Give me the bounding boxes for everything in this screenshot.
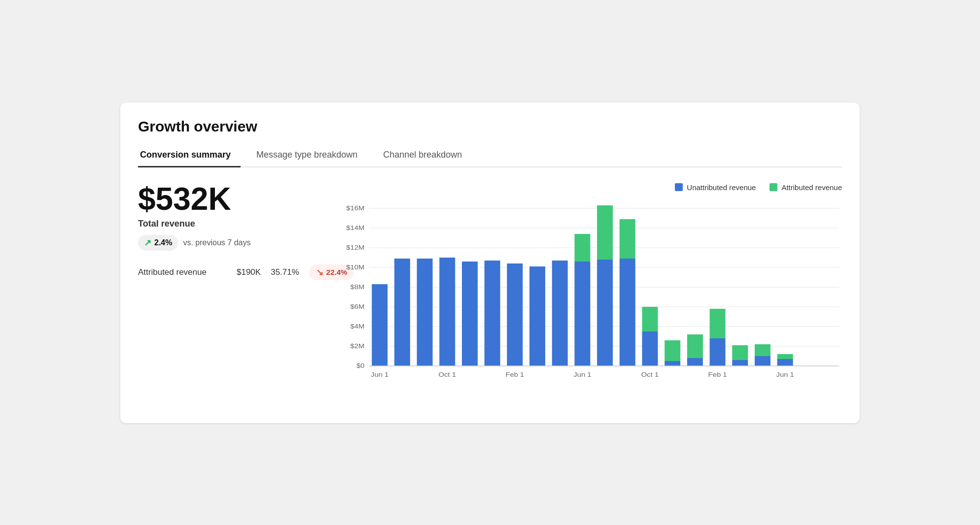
attributed-color-dot xyxy=(770,183,777,191)
bar-15-unattr xyxy=(710,338,726,366)
growth-overview-card: Growth overview Conversion summary Messa… xyxy=(120,102,860,423)
attributed-revenue-value: $190K xyxy=(237,267,261,277)
bar-7-unattr xyxy=(529,266,545,366)
svg-text:Feb 1: Feb 1 xyxy=(505,370,524,378)
bar-14-unattr xyxy=(687,358,703,366)
attributed-revenue-pct: 35.71% xyxy=(271,267,299,277)
svg-text:$2M: $2M xyxy=(350,342,365,349)
unattributed-color-dot xyxy=(675,183,683,191)
bar-13-attr xyxy=(665,340,680,361)
bar-3-unattr xyxy=(439,258,455,366)
bar-5-unattr xyxy=(485,261,500,366)
card-title: Growth overview xyxy=(138,118,842,135)
svg-text:Feb 1: Feb 1 xyxy=(708,370,727,378)
bar-17-unattr xyxy=(755,356,770,366)
change-row: ↗ 2.4% vs. previous 7 days xyxy=(138,235,315,251)
bar-16-attr xyxy=(732,345,748,360)
bar-12-attr xyxy=(642,307,658,331)
bar-4-unattr xyxy=(462,262,478,366)
tab-message-type-breakdown[interactable]: Message type breakdown xyxy=(254,145,367,167)
bar-11-attr xyxy=(620,219,635,259)
unattributed-legend-label: Unattributed revenue xyxy=(687,183,756,192)
change-badge: ↗ 2.4% xyxy=(138,235,178,251)
svg-text:$4M: $4M xyxy=(350,322,365,329)
bar-12-unattr xyxy=(642,331,658,366)
bar-0-unattr xyxy=(372,284,387,366)
change-pct-value: 2.4% xyxy=(154,238,172,247)
legend-unattributed: Unattributed revenue xyxy=(675,183,756,192)
attributed-legend-label: Attributed revenue xyxy=(781,183,842,192)
main-content: $532K Total revenue ↗ 2.4% vs. previous … xyxy=(138,183,842,405)
svg-text:$12M: $12M xyxy=(346,243,364,251)
bar-18-unattr xyxy=(777,359,793,366)
bar-17-attr xyxy=(755,344,770,356)
svg-text:$0: $0 xyxy=(356,361,365,369)
svg-text:Oct 1: Oct 1 xyxy=(439,370,456,378)
svg-text:Jun 1: Jun 1 xyxy=(371,370,389,378)
down-arrow-icon: ↘ xyxy=(316,267,323,278)
svg-text:Jun 1: Jun 1 xyxy=(776,370,794,378)
bar-chart-container: $16M $14M $12M $10M $8M $6M $4M $2M $0 xyxy=(335,198,842,405)
svg-text:$16M: $16M xyxy=(346,204,364,211)
bar-2-unattr xyxy=(417,259,433,366)
bar-10-unattr xyxy=(597,260,613,366)
bar-8-unattr xyxy=(552,261,568,366)
chart-panel: Unattributed revenue Attributed revenue xyxy=(335,183,842,405)
bar-chart-svg: $16M $14M $12M $10M $8M $6M $4M $2M $0 xyxy=(335,198,842,405)
bar-9-unattr xyxy=(574,262,590,366)
total-revenue-label: Total revenue xyxy=(138,219,315,229)
svg-text:Oct 1: Oct 1 xyxy=(641,370,659,378)
tab-channel-breakdown[interactable]: Channel breakdown xyxy=(381,145,472,167)
attributed-revenue-row: Attributed revenue $190K 35.71% ↘ 22.4% xyxy=(138,264,315,280)
total-revenue-value: $532K xyxy=(138,183,315,215)
vs-previous-text: vs. previous 7 days xyxy=(183,238,250,247)
svg-text:$10M: $10M xyxy=(346,263,364,270)
tabs-bar: Conversion summary Message type breakdow… xyxy=(138,144,842,167)
bar-6-unattr xyxy=(507,263,523,366)
attributed-revenue-label: Attributed revenue xyxy=(138,267,227,277)
legend-attributed: Attributed revenue xyxy=(770,183,842,192)
up-arrow-icon: ↗ xyxy=(144,237,151,248)
svg-text:$6M: $6M xyxy=(350,302,365,310)
bar-13-unattr xyxy=(665,361,680,366)
bar-9-attr xyxy=(574,234,590,262)
chart-legend: Unattributed revenue Attributed revenue xyxy=(335,183,842,192)
svg-text:$14M: $14M xyxy=(346,224,364,231)
bar-14-attr xyxy=(687,334,703,358)
svg-text:$8M: $8M xyxy=(350,283,365,290)
left-panel: $532K Total revenue ↗ 2.4% vs. previous … xyxy=(138,183,315,280)
tab-conversion-summary[interactable]: Conversion summary xyxy=(138,145,241,167)
svg-text:Jun 1: Jun 1 xyxy=(573,370,592,378)
bar-10-attr xyxy=(597,205,613,260)
bar-16-unattr xyxy=(732,360,748,366)
bar-1-unattr xyxy=(394,259,410,366)
bar-15-attr xyxy=(710,309,726,338)
bar-18-attr xyxy=(777,354,793,359)
bar-11-unattr xyxy=(620,259,635,366)
